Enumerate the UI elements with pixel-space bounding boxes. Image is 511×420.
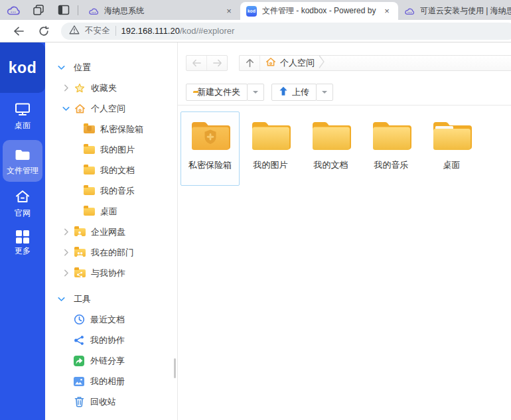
browser-tabstrip: 海纳思系统 × kod 文件管理 - kodbox - Powered by ×…	[0, 0, 511, 20]
tree-item-enterprise-disk[interactable]: 企业网盘	[45, 222, 177, 242]
history-nav-group	[186, 55, 228, 71]
vertical-tabs-icon[interactable]	[56, 3, 71, 17]
sidebar-item-label: 官网	[15, 209, 31, 217]
close-icon[interactable]: ×	[223, 5, 235, 17]
star-icon	[74, 83, 86, 94]
folder-desktop-icon	[432, 118, 472, 153]
tree-item-my-pictures[interactable]: 我的图片	[45, 139, 177, 160]
upload-arrow-icon	[279, 86, 288, 98]
folder-icon	[83, 167, 95, 175]
tree-item-label: 我在的部门	[91, 247, 134, 259]
tree-item-my-albums[interactable]: 我的相册	[45, 371, 177, 391]
refresh-icon[interactable]	[35, 22, 53, 40]
chevron-down-icon	[253, 91, 258, 94]
clock-icon	[73, 314, 85, 325]
close-icon[interactable]: ×	[381, 5, 393, 17]
tree-item-label: 我的相册	[90, 376, 125, 387]
chevron-right-icon[interactable]	[62, 249, 70, 256]
breadcrumb-item-personal-space[interactable]: 个人空间	[260, 56, 319, 70]
address-url-field[interactable]: 不安全 192.168.111.20/kod/#explorer	[61, 23, 511, 40]
back-icon[interactable]	[9, 22, 28, 40]
sidebar-item-desktop[interactable]: 桌面	[15, 102, 31, 129]
chevron-right-icon[interactable]	[62, 84, 70, 92]
nav-forward-button[interactable]	[207, 56, 227, 70]
tree-item-personal-space[interactable]: 个人空间	[45, 98, 177, 119]
sidebar-item-label: 桌面	[15, 121, 31, 129]
tree-item-label: 回收站	[90, 396, 116, 408]
tree-section-location[interactable]: 位置	[45, 57, 177, 78]
sidebar-item-label: 文件管理	[7, 167, 38, 175]
tree-section-file-types[interactable]: 文件类型	[45, 417, 177, 420]
tree-item-desktop[interactable]: 桌面	[45, 201, 177, 222]
nav-back-button[interactable]	[186, 56, 206, 70]
folder-tile-private-safe[interactable]: 私密保险箱	[181, 111, 240, 186]
chevron-down-icon[interactable]	[58, 297, 65, 302]
tree-item-my-collaboration[interactable]: 我的协作	[45, 330, 177, 350]
new-folder-button[interactable]: 新建文件夹	[186, 84, 248, 101]
folder-tile-desktop[interactable]: 桌面	[422, 111, 481, 186]
chevron-down-icon[interactable]	[62, 106, 70, 111]
folder-tile-my-music[interactable]: 我的音乐	[362, 111, 421, 186]
folder-tile-my-documents[interactable]: 我的文档	[301, 111, 360, 186]
chevron-right-icon[interactable]	[62, 228, 70, 236]
tree-item-external-share[interactable]: 外链分享	[45, 350, 177, 371]
security-label: 不安全	[85, 25, 110, 36]
grid-icon	[16, 230, 29, 244]
folder-safe-icon	[190, 118, 230, 153]
folder-share-icon	[74, 269, 86, 277]
tree-item-favorites[interactable]: 收藏夹	[45, 78, 177, 98]
tab-hinas-system[interactable]: 海纳思系统 ×	[82, 2, 240, 20]
tab-kodbox-file-manager[interactable]: kod 文件管理 - kodbox - Powered by ×	[240, 2, 398, 20]
chevron-down-icon[interactable]	[58, 65, 65, 70]
folder-users-icon	[74, 249, 86, 257]
folder-tile-my-pictures[interactable]: 我的图片	[241, 111, 300, 186]
new-folder-label: 新建文件夹	[197, 86, 240, 98]
navigation-row: 个人空间	[186, 55, 511, 71]
folder-icon	[83, 187, 95, 195]
folder-icon	[372, 118, 411, 153]
kodbox-page: kod 桌面 文件管理 官网	[0, 42, 511, 420]
sidebar-item-official-site[interactable]: 官网	[15, 189, 31, 217]
tree-item-recycle-bin[interactable]: 回收站	[45, 391, 177, 412]
tree-section-label: 位置	[74, 62, 91, 74]
chevron-right-icon[interactable]	[62, 269, 70, 277]
tree-item-my-documents[interactable]: 我的文档	[45, 160, 177, 180]
upload-dropdown-button[interactable]	[316, 84, 333, 101]
url-separator	[115, 26, 116, 36]
tree-item-private-safe[interactable]: 私密保险箱	[45, 119, 177, 139]
desktop-icon	[15, 102, 31, 118]
kod-favicon-icon: kod	[246, 6, 257, 17]
share-icon	[73, 335, 85, 346]
folder-icon	[83, 208, 95, 216]
folder-icon	[15, 149, 31, 163]
url-host: 192.168.111.20	[121, 26, 180, 36]
tab-kodcloud-docs[interactable]: 可道云安装与使用 | 海纳思	[398, 2, 511, 20]
kod-logo[interactable]: kod	[0, 42, 45, 93]
folder-tile-label: 我的图片	[254, 159, 288, 171]
tree-item-label: 外链分享	[90, 355, 125, 367]
cloud-favicon-icon	[88, 6, 99, 17]
tree-section-tools[interactable]: 工具	[45, 289, 177, 309]
tree-item-my-music[interactable]: 我的音乐	[45, 180, 177, 201]
sidebar-item-file-manager[interactable]: 文件管理	[3, 140, 42, 182]
tree-sidebar: 位置 收藏夹 个人空间 私密保险箱 我的图片 我	[45, 42, 178, 420]
tree-item-label: 个人空间	[91, 103, 125, 115]
tab-title: 可道云安装与使用 | 海纳思	[420, 5, 511, 17]
tabstrip-separator	[78, 5, 78, 15]
tree-item-shared-with-me[interactable]: 与我协作	[45, 263, 177, 283]
cloud-favicon-icon	[404, 6, 415, 17]
nav-up-button[interactable]	[240, 56, 259, 70]
tree-scrollbar-thumb[interactable]	[174, 358, 176, 378]
breadcrumb-chevron-icon	[319, 54, 325, 72]
upload-button[interactable]: 上传	[271, 84, 317, 101]
link-share-icon	[73, 356, 85, 366]
new-folder-dropdown-button[interactable]	[247, 84, 264, 101]
tree-item-my-department[interactable]: 我在的部门	[45, 242, 177, 263]
file-manager-main: 个人空间 新建文件夹 上传	[178, 42, 511, 420]
cloud-logo-icon[interactable]	[6, 3, 21, 17]
tree-item-recent-documents[interactable]: 最近文档	[45, 309, 177, 330]
tab-layers-icon[interactable]	[31, 3, 46, 17]
home-icon	[265, 57, 276, 69]
sidebar-item-more[interactable]: 更多	[15, 230, 31, 255]
tree-section-label: 工具	[74, 293, 91, 305]
